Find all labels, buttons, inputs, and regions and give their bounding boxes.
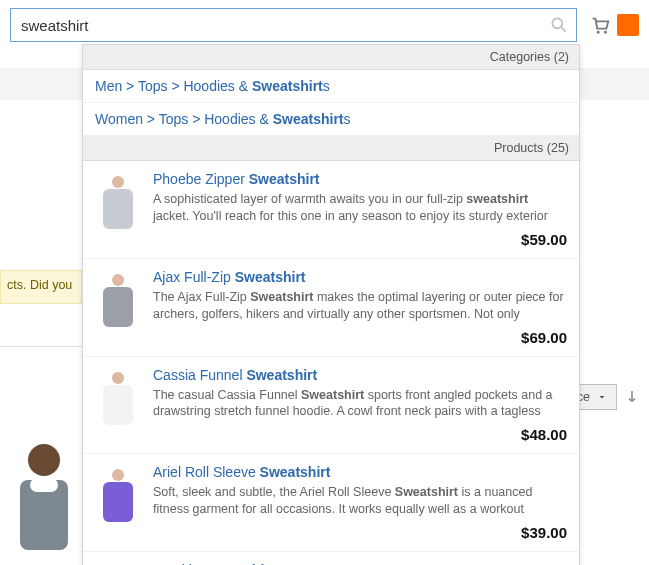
svg-rect-2 — [30, 478, 58, 492]
product-thumbnail — [95, 269, 141, 333]
product-title-match: Sweatshirt — [260, 464, 331, 480]
categories-header: Categories (2) — [83, 45, 579, 70]
category-suggestion[interactable]: Men > Tops > Hoodies & Sweatshirts — [83, 70, 579, 103]
product-title[interactable]: Ariel Roll Sleeve Sweatshirt — [153, 464, 567, 480]
product-suggestion[interactable]: Ajax Full-Zip Sweatshirt The Ajax Full-Z… — [83, 259, 579, 357]
product-body: Cassia Funnel Sweatshirt The casual Cass… — [153, 367, 567, 444]
product-price: $59.00 — [153, 231, 567, 248]
product-title-pre: Cassia Funnel — [153, 367, 246, 383]
product-desc-match: Sweatshirt — [395, 485, 458, 499]
product-body: Ajax Full-Zip Sweatshirt The Ajax Full-Z… — [153, 269, 567, 346]
category-path-pre: Men > Tops > Hoodies & — [95, 78, 252, 94]
product-title-match: Sweatshirt — [246, 367, 317, 383]
product-desc-pre: A sophisticated layer of warmth awaits y… — [153, 192, 466, 206]
category-path-match: Sweatshirt — [273, 111, 344, 127]
product-description: The casual Cassia Funnel Sweatshirt spor… — [153, 387, 567, 421]
notice-banner: cts. Did you — [0, 270, 82, 304]
chevron-down-icon — [596, 391, 608, 403]
svg-rect-15 — [103, 385, 133, 425]
product-title-match: Sweatshirt — [235, 269, 306, 285]
category-path-match: Sweatshirt — [252, 78, 323, 94]
product-suggestion[interactable]: Phoebe Zipper Sweatshirt A sophisticated… — [83, 161, 579, 259]
product-price: $39.00 — [153, 524, 567, 541]
sort-direction-icon[interactable] — [623, 388, 641, 406]
product-title[interactable]: Phoebe Zipper Sweatshirt — [153, 171, 567, 187]
svg-point-14 — [112, 372, 124, 384]
product-description: Soft, sleek and subtle, the Ariel Roll S… — [153, 484, 567, 518]
product-suggestion[interactable]: Frankie Sweatshirt The Frankie Sweatshir… — [83, 552, 579, 565]
products-header: Products (25) — [83, 136, 579, 161]
product-desc-pre: The casual Cassia Funnel — [153, 388, 301, 402]
product-desc-post: jacket. You'll reach for this one in any… — [153, 209, 548, 223]
product-price: $48.00 — [153, 426, 567, 443]
svg-rect-12 — [103, 287, 133, 327]
category-path-pre: Women > Tops > Hoodies & — [95, 111, 273, 127]
category-path-post: s — [344, 111, 351, 127]
svg-rect-18 — [103, 482, 133, 522]
product-title[interactable]: Cassia Funnel Sweatshirt — [153, 367, 567, 383]
product-body: Phoebe Zipper Sweatshirt A sophisticated… — [153, 171, 567, 248]
svg-rect-9 — [103, 189, 133, 229]
product-price: $69.00 — [153, 329, 567, 346]
product-description: The Ajax Full-Zip Sweatshirt makes the o… — [153, 289, 567, 323]
product-suggestion[interactable]: Cassia Funnel Sweatshirt The casual Cass… — [83, 357, 579, 455]
cart-icon — [589, 14, 611, 36]
product-title[interactable]: Ajax Full-Zip Sweatshirt — [153, 269, 567, 285]
divider — [0, 346, 82, 347]
svg-point-8 — [112, 176, 124, 188]
product-body: Ariel Roll Sleeve Sweatshirt Soft, sleek… — [153, 464, 567, 541]
cart-count-badge — [617, 14, 639, 36]
svg-point-17 — [112, 469, 124, 481]
product-title-pre: Ajax Full-Zip — [153, 269, 235, 285]
category-path-post: s — [323, 78, 330, 94]
search-input[interactable] — [10, 8, 577, 42]
search-suggestions-dropdown: Categories (2) Men > Tops > Hoodies & Sw… — [82, 44, 580, 565]
product-thumbnail — [95, 464, 141, 528]
svg-point-11 — [112, 274, 124, 286]
product-description: A sophisticated layer of warmth awaits y… — [153, 191, 567, 225]
product-desc-pre: The Ajax Full-Zip — [153, 290, 250, 304]
product-title-match: Sweatshirt — [249, 171, 320, 187]
svg-point-5 — [597, 31, 600, 34]
svg-point-6 — [604, 31, 607, 34]
product-title-pre: Ariel Roll Sleeve — [153, 464, 260, 480]
product-suggestion[interactable]: Ariel Roll Sleeve Sweatshirt Soft, sleek… — [83, 454, 579, 552]
product-desc-match: sweatshirt — [466, 192, 528, 206]
product-desc-pre: Soft, sleek and subtle, the Ariel Roll S… — [153, 485, 395, 499]
product-desc-match: Sweatshirt — [301, 388, 364, 402]
category-suggestion[interactable]: Women > Tops > Hoodies & Sweatshirts — [83, 103, 579, 136]
cart[interactable] — [589, 14, 639, 36]
product-thumbnail — [95, 367, 141, 431]
product-desc-match: Sweatshirt — [250, 290, 313, 304]
product-title-pre: Phoebe Zipper — [153, 171, 249, 187]
product-card-image — [8, 438, 80, 558]
search-field-wrap — [10, 8, 577, 42]
svg-point-0 — [28, 444, 60, 476]
product-thumbnail — [95, 171, 141, 235]
